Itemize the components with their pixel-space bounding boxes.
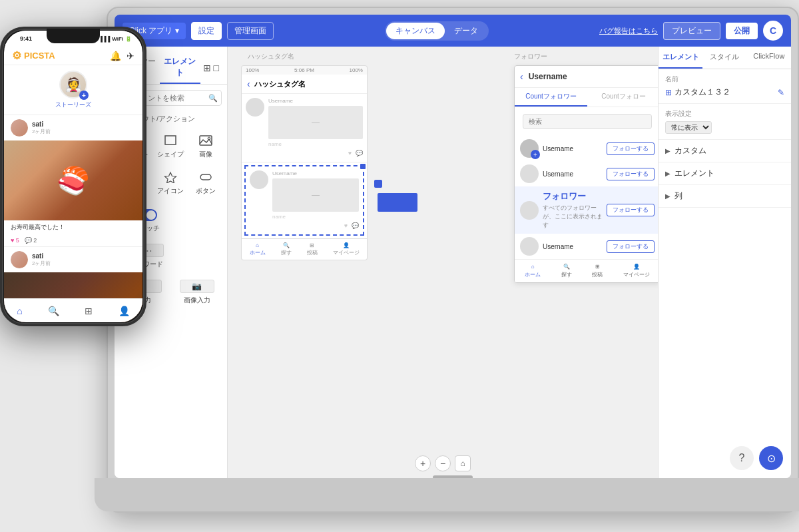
image-input-element-icon: 📷 <box>180 280 214 293</box>
followers-tab-group: Countフォロワー Countフォロー <box>515 88 658 107</box>
followers-search-input[interactable] <box>523 114 652 129</box>
action-circle-button[interactable]: ⊙ <box>759 446 783 470</box>
followers-count-tab[interactable]: Countフォロワー <box>515 88 587 107</box>
canvas-nav-home[interactable]: ⌂ ホーム <box>250 242 266 256</box>
edit-name-button[interactable]: ✎ <box>778 88 784 97</box>
canvas-post-2-avatar <box>250 170 268 189</box>
followers-nav-post[interactable]: ⊞ 投稿 <box>592 264 603 278</box>
element-image-input[interactable]: 📷 画像入力 <box>172 276 222 309</box>
sidebar-tab-elements[interactable]: エレメント <box>160 52 200 84</box>
zoom-home-button[interactable]: ⌂ <box>455 455 471 471</box>
follow-btn-2[interactable]: フォローする <box>607 168 655 180</box>
follow-btn-3[interactable]: フォローする <box>607 204 655 216</box>
resize-handle[interactable] <box>360 164 366 169</box>
canvas-post-1[interactable]: Username — name ♥ 💬 <box>242 94 367 162</box>
follow-btn-1[interactable]: フォローする <box>607 142 655 155</box>
canvas-comment-icon[interactable]: 💬 <box>356 150 363 156</box>
canvas-post-2-selected[interactable]: Username — name ♥ 💬 <box>244 165 364 236</box>
followers-back-icon[interactable]: ‹ <box>520 71 523 82</box>
canvas-nav-post[interactable]: ⊞ 投稿 <box>307 242 318 256</box>
bug-report-link[interactable]: バグ報告はこちら <box>599 26 658 36</box>
followers-nav-mypage[interactable]: 👤 マイページ <box>623 264 650 278</box>
canvas-post-2-image: — <box>272 178 359 212</box>
phone-story-section: 👰 + ストーリーズ <box>4 65 142 115</box>
followers-search-wrapper <box>515 107 658 136</box>
canvas-post-2-comment-icon[interactable]: 💬 <box>352 222 359 229</box>
button-element-icon <box>196 170 215 184</box>
followers-panel-title: Username <box>529 72 567 81</box>
phone-nav-home-icon[interactable]: ⌂ <box>17 306 22 316</box>
data-tab-button[interactable]: データ <box>445 23 487 39</box>
element-section-header[interactable]: ▶ エレメント <box>659 162 791 184</box>
canvas-post-1-avatar <box>246 98 264 117</box>
like-icon-1: ♥ 5 <box>11 237 19 244</box>
phone-device: 9:41 ▐▐▐ WiFi 🔋 ⚙ PICSTA 🔔 ✈ <box>0 27 146 326</box>
canvas-nav-search[interactable]: 🔍 探す <box>281 242 292 256</box>
canvas-back-icon[interactable]: ‹ <box>247 79 250 89</box>
phone-post-1-comments[interactable]: 💬 2 <box>25 237 37 244</box>
zoom-controls: + − ⌂ <box>415 455 471 471</box>
zoom-out-button[interactable]: − <box>435 455 451 471</box>
phone-notch <box>47 29 100 43</box>
custom-section-title: カスタム <box>674 145 706 156</box>
settings-button[interactable]: 設定 <box>191 22 222 40</box>
layout-icon[interactable]: □ <box>214 63 219 73</box>
phone-nav-user-icon[interactable]: 👤 <box>119 306 130 316</box>
hierarchy-icon[interactable]: ⊞ <box>203 63 211 73</box>
canvas-tab-button[interactable]: キャンバス <box>386 23 445 39</box>
admin-button[interactable]: 管理画面 <box>227 22 274 40</box>
follower-2-avatar <box>520 164 539 183</box>
follower-4-name: Username <box>543 243 603 250</box>
display-setting-select[interactable]: 常に表示 <box>665 121 712 134</box>
canvas-post-1-tag: name <box>268 141 363 147</box>
follower-item-4: Username フォローする <box>515 234 658 259</box>
phone-post-1-time: 2ヶ月前 <box>32 128 136 135</box>
right-name-section: 名前 ⊞ カスタム１３２ ✎ <box>659 69 791 104</box>
phone-nav-search-icon[interactable]: 🔍 <box>48 306 59 316</box>
follower-3-avatar <box>520 201 539 220</box>
navigation-icon[interactable]: ✈ <box>127 51 134 61</box>
shape-element-icon <box>161 133 180 148</box>
svg-marker-5 <box>165 172 176 183</box>
phone-post-1: sati 2ヶ月前 お寿司最高でした！ ♥ 5 💬 2 <box>4 115 142 247</box>
canvas-phone-screen: ‹ ハッシュタグ名 Username — name <box>241 75 368 239</box>
user-icon-button[interactable]: C <box>763 21 783 41</box>
post-nav-icon: ⊞ <box>310 242 314 248</box>
followers-nav-search[interactable]: 🔍 探す <box>561 264 572 278</box>
phone-status-icons: ▐▐▐ WiFi 🔋 <box>99 36 132 42</box>
custom-section-header[interactable]: ▶ カスタム <box>659 140 791 162</box>
phone-post-2-username: sati <box>32 252 136 260</box>
canvas-post-2-like-icon[interactable]: ♥ <box>344 222 348 229</box>
phone-post-1-likes[interactable]: ♥ 5 <box>11 237 19 244</box>
story-item[interactable]: 👰 + ストーリーズ <box>12 71 134 109</box>
column-section-header[interactable]: ▶ 列 <box>659 185 791 207</box>
element-icon-item[interactable]: アイコン <box>154 166 186 200</box>
element-section: ▶ エレメント <box>659 162 791 185</box>
followers-nav-home[interactable]: ⌂ ホーム <box>525 264 541 278</box>
publish-button[interactable]: 公開 <box>726 23 758 39</box>
notification-icon[interactable]: 🔔 <box>110 51 121 61</box>
canvas-area: ハッシュタグ名 フォロワー 100% 5:06 PM 100% ‹ ハッシュタ <box>228 47 658 478</box>
element-image[interactable]: 画像 <box>190 129 222 163</box>
preview-button[interactable]: プレビュー <box>663 22 720 40</box>
element-button[interactable]: ボタン <box>190 166 222 200</box>
selected-element-blue[interactable] <box>378 193 417 212</box>
canvas-nav-mypage[interactable]: 👤 マイページ <box>333 242 360 256</box>
wifi-icon: WiFi <box>112 36 123 42</box>
zoom-in-button[interactable]: + <box>415 455 431 471</box>
following-count-tab[interactable]: Countフォロー <box>587 88 658 107</box>
follow-btn-4[interactable]: フォローする <box>607 240 655 253</box>
canvas-signal: 100% <box>246 67 259 73</box>
canvas-like-icon[interactable]: ♥ <box>348 150 352 156</box>
help-button[interactable]: ? <box>730 446 754 470</box>
element-shape[interactable]: シェイプ <box>154 129 186 163</box>
right-tab-style[interactable]: スタイル <box>702 47 746 69</box>
phone-device-screen: 9:41 ▐▐▐ WiFi 🔋 ⚙ PICSTA 🔔 ✈ <box>4 31 142 322</box>
right-tab-element[interactable]: エレメント <box>659 47 702 69</box>
right-tab-clickflow[interactable]: ClickFlow <box>747 47 791 69</box>
followers-panel-header: ‹ Username <box>515 66 658 88</box>
laptop-base <box>95 478 799 511</box>
phone-post-2-avatar <box>11 251 28 268</box>
phone-nav-post-icon[interactable]: ⊞ <box>85 306 93 316</box>
story-add-icon[interactable]: + <box>79 91 89 100</box>
